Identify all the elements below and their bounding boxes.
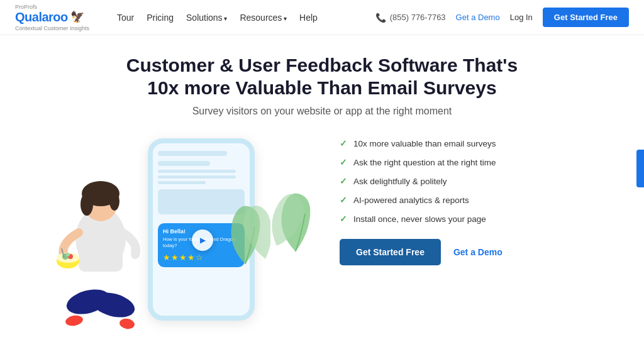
nav-solutions[interactable]: Solutions: [186, 13, 227, 23]
subheadline: Survey visitors on your website or app a…: [192, 106, 452, 117]
cta-row: Get Started Free Get a Demo: [340, 239, 619, 265]
logo-bird-icon: 🦅: [70, 10, 84, 24]
navbar: ProProfs Qualaroo 🦅 Contextual Customer …: [0, 0, 644, 35]
logo[interactable]: ProProfs Qualaroo 🦅 Contextual Customer …: [15, 4, 97, 31]
nav-help[interactable]: Help: [299, 13, 318, 23]
svg-point-8: [65, 314, 84, 328]
svg-rect-5: [79, 221, 123, 272]
phone-line-3: [158, 181, 206, 184]
check-icon-1: ✓: [340, 138, 347, 148]
phone-bar-1: [158, 151, 227, 156]
feature-text-5: Install once, never slows your page: [353, 214, 486, 224]
svg-point-3: [80, 193, 93, 216]
nav-links: Tour Pricing Solutions Resources Help: [117, 13, 375, 23]
check-icon-2: ✓: [340, 157, 347, 167]
check-icon-3: ✓: [340, 176, 347, 186]
woman-figure: [38, 163, 164, 337]
feature-item-2: ✓ Ask the right question at the right ti…: [340, 157, 619, 167]
headline: Customer & User Feedback Software That's…: [126, 54, 518, 99]
svg-point-9: [119, 318, 135, 330]
right-accent: [636, 150, 644, 187]
proprofs-label: ProProfs: [15, 4, 97, 10]
svg-point-14: [66, 253, 70, 257]
feature-text-3: Ask delightfully & politely: [353, 177, 447, 186]
nav-tour[interactable]: Tour: [117, 13, 134, 23]
main-content: Customer & User Feedback Software That's…: [0, 35, 644, 337]
leaf-right-icon: [270, 182, 321, 260]
phone-line-1: [158, 170, 236, 173]
play-button[interactable]: ▶: [192, 229, 213, 251]
feature-text-1: 10x more valuable than email surveys: [353, 139, 496, 148]
check-icon-4: ✓: [340, 195, 347, 205]
nav-resources[interactable]: Resources: [240, 13, 287, 23]
phone-bar-2: [158, 161, 210, 166]
nav-login[interactable]: Log In: [510, 13, 533, 22]
feature-text-2: Ask the right question at the right time: [353, 158, 496, 167]
svg-point-4: [109, 192, 119, 211]
phone-icon: 📞: [375, 13, 386, 23]
nav-right: 📞 (855) 776-7763 Get a Demo Log In Get S…: [375, 8, 629, 27]
leaf-left-icon: [220, 195, 270, 273]
feature-list: ✓ 10x more valuable than email surveys ✓…: [340, 138, 619, 224]
tagline: Contextual Customer Insights: [15, 25, 97, 31]
feature-item-1: ✓ 10x more valuable than email surveys: [340, 138, 619, 148]
nav-cta-button[interactable]: Get Started Free: [543, 8, 629, 27]
nav-pricing[interactable]: Pricing: [147, 13, 174, 23]
get-started-button[interactable]: Get Started Free: [340, 239, 441, 265]
brand-name: Qualaroo: [15, 10, 68, 25]
phone-line-2: [158, 175, 236, 179]
phone-number[interactable]: 📞 (855) 776-7763: [375, 13, 446, 23]
feature-item-3: ✓ Ask delightfully & politely: [340, 176, 619, 186]
feature-text-4: AI-powered analytics & reports: [353, 196, 469, 205]
check-icon-5: ✓: [340, 214, 347, 224]
nav-demo-link[interactable]: Get a Demo: [456, 13, 500, 22]
get-demo-link[interactable]: Get a Demo: [453, 247, 502, 257]
illustration-area: Hi Bella! How is your food from Red Drag…: [25, 132, 327, 337]
feature-item-5: ✓ Install once, never slows your page: [340, 214, 619, 224]
feature-item-4: ✓ AI-powered analytics & reports: [340, 195, 619, 205]
headline-block: Customer & User Feedback Software That's…: [126, 54, 518, 99]
features-panel: ✓ 10x more valuable than email surveys ✓…: [327, 132, 619, 265]
phone-lines: [158, 170, 245, 184]
content-row: Hi Bella! How is your food from Red Drag…: [25, 132, 619, 337]
